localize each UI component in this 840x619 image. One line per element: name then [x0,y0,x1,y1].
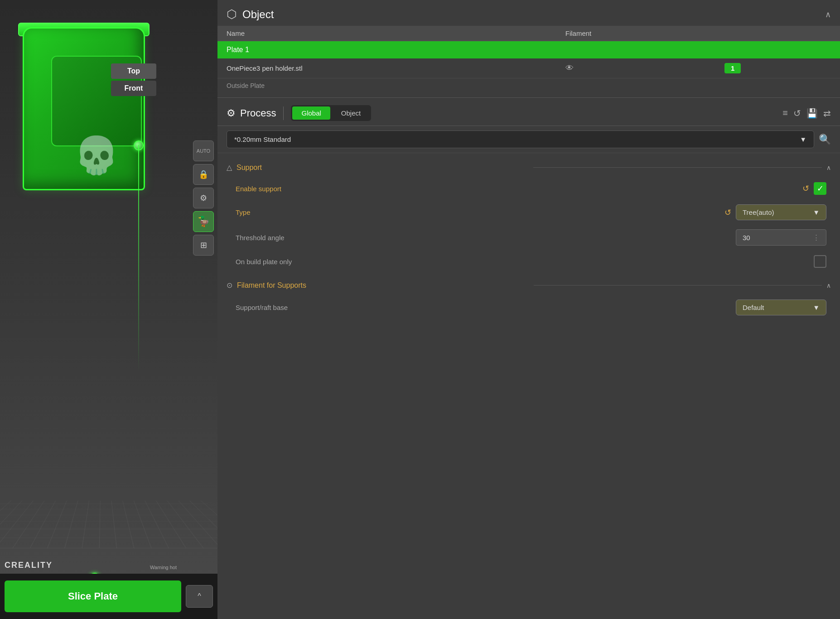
vertical-line [138,145,139,372]
object-body: 💀 [23,27,145,190]
preset-value: *0.20mm Standard [234,135,291,143]
lock-btn[interactable]: 🔒 [193,164,214,185]
on-build-plate-checkbox[interactable] [814,255,826,268]
3d-object: 💀 [9,9,154,218]
undo-icon[interactable]: ↺ [793,108,801,119]
share-icon[interactable]: ⇄ [823,108,831,119]
col-filament-header: Filament [556,26,715,41]
on-build-plate-row: On build plate only [217,250,840,273]
settings-content: △ Support ∧ Enable support ↺ ✓ Type [217,153,840,327]
figure-btn[interactable]: 🦆 [193,211,214,232]
tab-global[interactable]: Global [292,106,330,120]
apps-btn[interactable]: ⊞ [193,235,214,256]
support-raft-controls: Default ▼ [736,300,826,315]
right-panel: ⬡ Object ∧ Name Filament Plate 1 OnePiec… [217,0,840,619]
type-value: Tree(auto) [743,208,774,216]
support-collapse-icon: ∧ [826,164,831,171]
visibility-icon[interactable]: 👁 [565,63,574,73]
filament-supports-divider [534,285,822,285]
filament-cell: 1 [715,58,840,78]
filament-badge: 1 [724,63,741,73]
filament-supports-section: ⊙ Filament for Supports ∧ Support/raft b… [217,276,840,320]
grid-floor [0,501,217,548]
process-title-text: Process [240,107,276,119]
object-row[interactable]: OnePiece3 pen holder.stl 👁 1 [217,58,840,78]
type-chevron: ▼ [813,208,820,216]
expand-button[interactable]: ^ [186,585,213,608]
auto-icon: AUTO [197,148,210,154]
support-raft-base-row: Support/raft base Default ▼ [217,295,840,320]
enable-support-controls: ↺ ✓ [802,182,826,195]
gear-icon: ⚙ [200,193,207,203]
support-raft-base-label: Support/raft base [236,304,736,311]
search-icon[interactable]: 🔍 [819,134,831,145]
threshold-angle-input[interactable]: 30 ⋮ [736,229,826,246]
support-raft-chevron: ▼ [813,304,820,311]
type-label: Type [236,208,724,216]
process-title: ⚙ Process [227,107,276,119]
object-title-text: Object [242,8,274,21]
header-divider [283,106,284,120]
support-raft-value: Default [743,304,764,311]
slice-plate-button[interactable]: Slice Plate [5,580,181,612]
plate-row[interactable]: Plate 1 [217,41,840,59]
figure-icon: 🦆 [198,216,210,227]
cube-icon: ⬡ [227,7,237,21]
plate-label: Plate 1 [217,41,840,59]
object-collapse-button[interactable]: ∧ [825,10,831,19]
support-raft-dropdown[interactable]: Default ▼ [736,300,826,315]
context-top[interactable]: Top [111,63,156,79]
on-build-plate-label: On build plate only [236,258,814,266]
sliders-icon: ⚙ [227,107,236,119]
type-reset[interactable]: ↺ [724,208,731,218]
threshold-angle-stepper: ⋮ [813,233,820,242]
on-build-plate-controls [814,255,826,268]
lock-icon: 🔒 [198,169,208,179]
creality-logo: CREALITY [5,561,53,570]
process-header: ⚙ Process Global Object ≡ ↺ 💾 ⇄ [217,98,840,126]
eye-cell: 👁 [556,58,715,78]
enable-support-checkbox[interactable]: ✓ [814,182,826,195]
filament-supports-collapse: ∧ [826,282,831,289]
bottom-bar: Slice Plate ^ [0,574,217,619]
object-table: Name Filament Plate 1 OnePiece3 pen hold… [217,26,840,93]
enable-support-row: Enable support ↺ ✓ [217,177,840,200]
preset-row: *0.20mm Standard ▼ 🔍 [217,126,840,153]
preset-dropdown[interactable]: *0.20mm Standard ▼ [227,131,814,148]
warning-label: Warning hot [150,565,177,570]
process-tools: ≡ ↺ 💾 ⇄ [782,108,831,119]
threshold-angle-label: Threshold angle [236,234,736,242]
viewport-toolbar: AUTO 🔒 ⚙ 🦆 ⊞ [193,140,214,256]
enable-support-label: Enable support [236,185,802,193]
outside-plate-label: Outside Plate [217,78,840,93]
auto-btn[interactable]: AUTO [193,140,214,161]
col-extra-header [715,26,840,41]
support-section-header[interactable]: △ Support ∧ [217,158,840,177]
tab-object[interactable]: Object [332,106,370,120]
object-name-cell: OnePiece3 pen holder.stl [217,58,556,78]
filament-supports-title: Filament for Supports [237,281,526,290]
support-section: △ Support ∧ Enable support ↺ ✓ Type [217,158,840,273]
outside-row: Outside Plate [217,78,840,93]
gear-btn[interactable]: ⚙ [193,188,214,208]
type-controls: ↺ Tree(auto) ▼ [724,204,826,220]
object-title: ⬡ Object [227,7,274,21]
skull-decoration: 💀 [60,128,133,183]
threshold-angle-row: Threshold angle 30 ⋮ [217,225,840,250]
support-section-icon: △ [227,163,232,172]
type-dropdown[interactable]: Tree(auto) ▼ [736,204,826,220]
list-icon[interactable]: ≡ [782,108,788,118]
filament-section-icon: ⊙ [227,281,232,290]
type-row: Type ↺ Tree(auto) ▼ [217,200,840,225]
enable-support-reset[interactable]: ↺ [802,184,809,193]
viewport[interactable]: 💀 Top Front AUTO 🔒 ⚙ 🦆 ⊞ CREALITY Warnin… [0,0,217,619]
context-front[interactable]: Front [111,81,156,96]
support-section-title: Support [237,164,525,172]
support-divider [533,167,822,168]
filament-supports-header[interactable]: ⊙ Filament for Supports ∧ [217,276,840,295]
tab-group: Global Object [291,105,371,121]
context-menu: Top Front [111,63,156,98]
threshold-angle-value: 30 [743,234,750,242]
object-section: ⬡ Object ∧ Name Filament Plate 1 OnePiec… [217,0,840,98]
save-icon[interactable]: 💾 [806,108,818,119]
